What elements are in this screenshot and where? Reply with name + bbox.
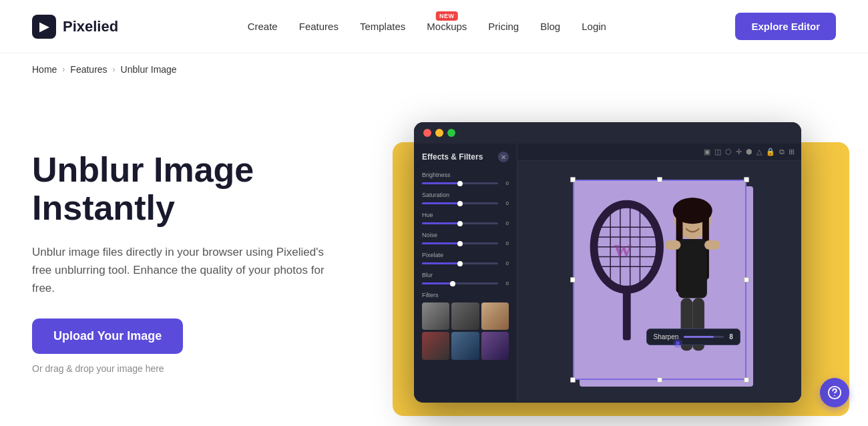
help-button[interactable]	[820, 378, 849, 407]
panel-header: Effects & Filters ✕	[422, 152, 509, 162]
slider-blur-track[interactable]	[422, 282, 498, 284]
tool-icon-4[interactable]: ✛	[736, 148, 742, 156]
slider-saturation: Saturation 0	[422, 192, 509, 206]
svg-rect-0	[574, 181, 745, 378]
slider-noise-label: Noise	[422, 232, 509, 238]
editor-body: Effects & Filters ✕ Brightness 0	[414, 144, 801, 401]
main-nav: Create Features Templates Mockups NEW Pr…	[248, 21, 606, 32]
slider-pixelate: Pixelate 0	[422, 252, 509, 266]
slider-blur: Blur 0	[422, 272, 509, 286]
window-titlebar	[414, 122, 801, 144]
hero-section: Unblur Image Instantly Unblur image file…	[32, 151, 379, 375]
panel-close-button[interactable]: ✕	[498, 152, 509, 162]
tool-icon-3[interactable]: ⬡	[725, 148, 732, 156]
svg-text:W: W	[614, 240, 632, 261]
window-close-dot	[423, 129, 431, 137]
hero-title: Unblur Image Instantly	[32, 151, 353, 227]
svg-rect-19	[704, 240, 720, 250]
slider-hue-label: Hue	[422, 212, 509, 218]
handle-top-middle[interactable]	[657, 177, 662, 182]
handle-right-middle[interactable]	[744, 277, 749, 282]
filters-label: Filters	[422, 292, 509, 298]
window-maximize-dot	[447, 129, 455, 137]
logo-text: Pixelied	[63, 18, 118, 35]
filter-grid	[422, 302, 509, 360]
tool-icon-8[interactable]: ⧉	[779, 148, 785, 156]
handle-bottom-middle[interactable]	[657, 377, 662, 383]
nav-mockups[interactable]: Mockups	[427, 21, 467, 32]
filter-thumb-2[interactable]	[451, 302, 479, 330]
photo-svg: W	[574, 181, 745, 379]
header: ▶ Pixelied Create Features Templates Moc…	[0, 0, 868, 53]
logo-icon: ▶	[32, 15, 56, 39]
nav-login[interactable]: Login	[582, 21, 606, 32]
tool-icon-9[interactable]: ⊞	[789, 148, 795, 156]
panel-title: Effects & Filters	[422, 152, 483, 162]
slider-pixelate-label: Pixelate	[422, 252, 509, 258]
filter-thumb-6[interactable]	[481, 332, 509, 359]
breadcrumb: Home › Features › Unblur Image	[0, 53, 868, 85]
slider-brightness: Brightness 0	[422, 172, 509, 186]
woman-photo: W	[573, 180, 746, 380]
tool-icon-6[interactable]: △	[756, 148, 762, 156]
filter-thumb-1[interactable]	[422, 302, 449, 330]
explore-editor-button[interactable]: Explore Editor	[735, 13, 836, 40]
breadcrumb-features[interactable]: Features	[70, 64, 107, 75]
handle-bottom-right[interactable]	[744, 377, 749, 383]
help-icon	[827, 385, 842, 400]
nav-templates[interactable]: Templates	[360, 21, 405, 32]
handle-top-right[interactable]	[744, 177, 749, 182]
sharpen-value: 8	[729, 333, 733, 341]
tool-icon-1[interactable]: ▣	[704, 148, 710, 156]
slider-brightness-track[interactable]	[422, 182, 498, 184]
canvas-area: ▣ ◫ ⬡ ✛ ⬢ △ 🔒 ⧉ ⊞	[517, 144, 801, 401]
slider-hue-track[interactable]	[422, 222, 498, 224]
handle-top-left[interactable]	[570, 177, 576, 182]
breadcrumb-current: Unblur Image	[121, 64, 177, 75]
canvas-inner: W	[517, 161, 801, 399]
nav-blog[interactable]: Blog	[540, 21, 560, 32]
svg-rect-17	[678, 239, 706, 298]
hero-description: Unblur image files directly in your brow…	[32, 243, 326, 298]
new-badge: NEW	[436, 11, 458, 21]
slider-saturation-label: Saturation	[422, 192, 509, 198]
window-minimize-dot	[435, 129, 443, 137]
filter-thumb-3[interactable]	[481, 302, 509, 330]
canvas-image[interactable]: W	[573, 180, 746, 380]
logo[interactable]: ▶ Pixelied	[32, 15, 118, 39]
tool-icon-2[interactable]: ◫	[714, 148, 721, 156]
handle-left-middle[interactable]	[570, 277, 576, 282]
slider-blur-label: Blur	[422, 272, 509, 278]
cursor-inner	[676, 341, 680, 345]
slider-brightness-label: Brightness	[422, 172, 509, 178]
slider-saturation-track[interactable]	[422, 202, 498, 204]
tool-icon-5[interactable]: ⬢	[746, 148, 752, 156]
upload-image-button[interactable]: Upload Your Image	[32, 318, 183, 354]
main-content: Unblur Image Instantly Unblur image file…	[0, 85, 868, 426]
breadcrumb-sep-2: ›	[113, 65, 116, 74]
filters-section: Filters	[422, 292, 509, 360]
effects-panel: Effects & Filters ✕ Brightness 0	[414, 144, 517, 401]
cursor-indicator	[673, 339, 682, 348]
breadcrumb-home[interactable]: Home	[32, 64, 57, 75]
filter-thumb-4[interactable]	[422, 332, 449, 359]
editor-mockup: Effects & Filters ✕ Brightness 0	[379, 122, 836, 403]
nav-create[interactable]: Create	[248, 21, 278, 32]
slider-noise-track[interactable]	[422, 242, 498, 244]
handle-bottom-left[interactable]	[570, 377, 576, 383]
editor-window: Effects & Filters ✕ Brightness 0	[414, 122, 801, 403]
slider-noise: Noise 0	[422, 232, 509, 246]
svg-rect-18	[664, 240, 680, 250]
canvas-toolbar: ▣ ◫ ⬡ ✛ ⬢ △ 🔒 ⧉ ⊞	[517, 144, 801, 161]
tool-icon-7[interactable]: 🔒	[766, 148, 775, 156]
breadcrumb-sep-1: ›	[62, 65, 65, 74]
nav-pricing[interactable]: Pricing	[488, 21, 519, 32]
svg-rect-11	[622, 288, 630, 341]
sharpen-slider[interactable]	[684, 336, 724, 338]
filter-thumb-5[interactable]	[451, 332, 479, 359]
slider-pixelate-track[interactable]	[422, 262, 498, 264]
svg-point-23	[834, 395, 835, 397]
drag-drop-hint: Or drag & drop your image here	[32, 363, 353, 374]
sharpen-tooltip: Sharpen 8	[646, 329, 740, 345]
nav-features[interactable]: Features	[299, 21, 339, 32]
